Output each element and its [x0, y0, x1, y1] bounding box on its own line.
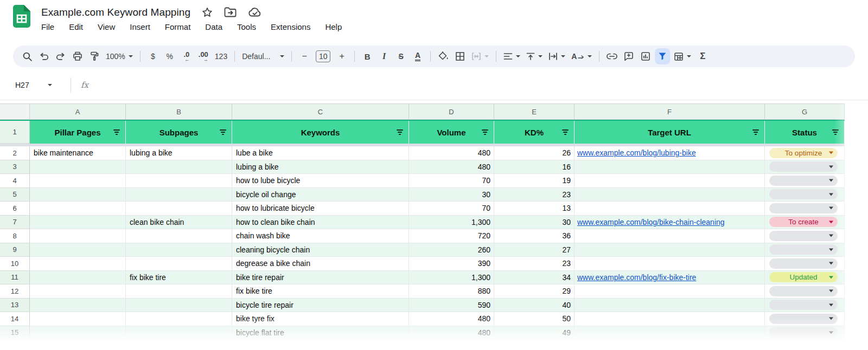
column-letter[interactable]: F: [575, 103, 765, 120]
filter-icon[interactable]: [832, 129, 839, 135]
functions-button[interactable]: Σ: [695, 48, 710, 64]
decrease-decimal-button[interactable]: .0←: [179, 48, 194, 64]
font-select[interactable]: Defaul...: [240, 48, 286, 64]
zoom-select[interactable]: 100%: [104, 48, 135, 64]
column-letter[interactable]: B: [126, 103, 232, 120]
cell-target-url[interactable]: [575, 312, 765, 326]
cell-target-url[interactable]: [575, 326, 765, 340]
cell-keywords[interactable]: bike tyre fix: [232, 312, 409, 326]
column-letter[interactable]: A: [30, 103, 126, 120]
menu-item[interactable]: Help: [325, 22, 342, 31]
create-filter-icon[interactable]: [655, 48, 670, 64]
cell-target-url[interactable]: [575, 299, 765, 313]
cell-volume[interactable]: 1,300: [409, 271, 494, 285]
cell-keywords[interactable]: how to lubricate bicycle: [232, 202, 409, 216]
cell-pillar-pages[interactable]: [30, 202, 126, 216]
print-icon[interactable]: [70, 48, 85, 64]
cell-kd[interactable]: 19: [494, 174, 575, 188]
cell-volume[interactable]: 260: [409, 243, 494, 257]
status-chip[interactable]: [769, 327, 838, 338]
name-box[interactable]: H27: [0, 81, 71, 89]
increase-font-size-button[interactable]: +: [334, 48, 349, 64]
cell-pillar-pages[interactable]: [30, 271, 126, 285]
status-chip[interactable]: Updated: [769, 272, 838, 282]
cell-volume[interactable]: 590: [409, 299, 494, 313]
row-number[interactable]: 6: [0, 202, 30, 216]
status-chip[interactable]: To create: [769, 217, 838, 227]
row-number[interactable]: 3: [0, 160, 30, 174]
target-url-link[interactable]: www.example.com/blog/fix-bike-tire: [577, 273, 696, 282]
cell-subpages[interactable]: [126, 312, 232, 326]
cell-status[interactable]: To optimize: [765, 146, 845, 160]
cell-subpages[interactable]: [126, 243, 232, 257]
cell-kd[interactable]: 26: [494, 146, 575, 160]
cell-subpages[interactable]: [126, 188, 232, 202]
cell-kd[interactable]: 23: [494, 188, 575, 202]
status-chip[interactable]: To optimize: [769, 148, 838, 158]
menu-item[interactable]: View: [98, 22, 115, 31]
column-letter[interactable]: E: [494, 103, 575, 120]
status-chip[interactable]: [769, 231, 838, 241]
cell-pillar-pages[interactable]: [30, 160, 126, 174]
status-chip[interactable]: [769, 286, 838, 296]
cell-target-url[interactable]: [575, 257, 765, 271]
cell-subpages[interactable]: [126, 284, 232, 299]
cell-target-url[interactable]: [575, 284, 765, 299]
status-chip[interactable]: [769, 189, 838, 199]
insert-link-icon[interactable]: [604, 48, 620, 64]
filter-icon[interactable]: [113, 129, 120, 135]
cell-kd[interactable]: 16: [494, 160, 575, 174]
cell-kd[interactable]: 29: [494, 284, 575, 299]
row-number[interactable]: 9: [0, 243, 30, 257]
cell-kd[interactable]: 36: [494, 229, 575, 243]
format-percent-button[interactable]: %: [162, 48, 177, 64]
menu-item[interactable]: File: [41, 22, 54, 31]
cell-keywords[interactable]: how to lube bicycle: [232, 174, 409, 188]
cell-status[interactable]: [765, 188, 845, 202]
cell-status[interactable]: [765, 284, 845, 299]
row-number[interactable]: 10: [0, 257, 30, 271]
cell-pillar-pages[interactable]: bike maintenance: [30, 146, 126, 160]
column-letter[interactable]: C: [232, 103, 409, 120]
cell-subpages[interactable]: [126, 202, 232, 216]
cell-kd[interactable]: 23: [494, 257, 575, 271]
cell-status[interactable]: [765, 326, 845, 340]
row-number[interactable]: 11: [0, 271, 30, 285]
cell-subpages[interactable]: [126, 299, 232, 313]
row-number[interactable]: 8: [0, 229, 30, 243]
status-chip[interactable]: [769, 161, 838, 172]
row-number[interactable]: 2: [0, 146, 30, 160]
cell-keywords[interactable]: bicycle oil change: [232, 188, 409, 202]
cell-target-url[interactable]: [575, 229, 765, 243]
cell-kd[interactable]: 34: [494, 271, 575, 285]
status-chip[interactable]: [769, 244, 838, 255]
cell-pillar-pages[interactable]: [30, 326, 126, 340]
cell-subpages[interactable]: clean bike chain: [126, 216, 232, 230]
column-letter[interactable]: D: [409, 103, 494, 120]
cell-subpages[interactable]: [126, 326, 232, 340]
header-cell[interactable]: Keywords: [232, 121, 409, 144]
bold-button[interactable]: B: [360, 48, 375, 64]
menu-item[interactable]: Insert: [130, 22, 150, 31]
cell-volume[interactable]: 390: [409, 257, 494, 271]
cell-volume[interactable]: 480: [409, 160, 494, 174]
status-chip[interactable]: [769, 176, 838, 186]
menu-item[interactable]: Extensions: [271, 22, 310, 31]
cell-pillar-pages[interactable]: [30, 188, 126, 202]
cell-target-url[interactable]: [575, 243, 765, 257]
cell-status[interactable]: Updated: [765, 271, 845, 285]
cell-status[interactable]: To create: [765, 216, 845, 230]
status-chip[interactable]: [769, 300, 838, 310]
cell-status[interactable]: [765, 202, 845, 216]
header-cell[interactable]: KD%: [494, 121, 575, 144]
increase-decimal-button[interactable]: .00→: [196, 48, 211, 64]
cell-pillar-pages[interactable]: [30, 312, 126, 326]
cell-volume[interactable]: 480: [409, 326, 494, 340]
row-number[interactable]: 5: [0, 188, 30, 202]
target-url-link[interactable]: www.example.com/blog/lubing-bike: [577, 148, 696, 157]
cell-status[interactable]: [765, 257, 845, 271]
row-number[interactable]: 1: [0, 121, 30, 144]
cell-subpages[interactable]: [126, 174, 232, 188]
cell-kd[interactable]: 13: [494, 202, 575, 216]
row-number[interactable]: 14: [0, 312, 30, 326]
